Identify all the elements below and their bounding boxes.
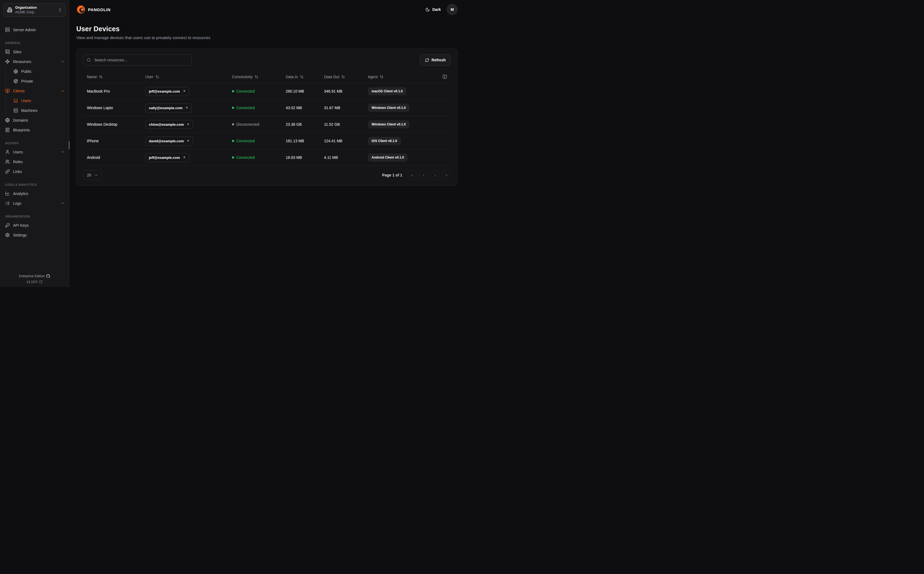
previous-page-button[interactable] [419, 171, 428, 180]
sidebar-item-blueprints[interactable]: Blueprints [0, 125, 69, 135]
sidebar-item-machines[interactable]: Machines [6, 106, 69, 115]
sidebar-item-analytics[interactable]: Analytics [0, 189, 69, 199]
building-icon [7, 7, 12, 13]
status-dot [232, 156, 234, 159]
sidebar-item-label: Server Admin [13, 27, 36, 33]
chart-line-icon [5, 191, 10, 196]
sort-icon [300, 75, 304, 79]
sidebar-item-server-admin[interactable]: Server Admin [0, 25, 69, 35]
version-link[interactable]: v1.13.0 [27, 280, 42, 284]
arrow-up-right-icon [185, 106, 188, 109]
user-email: jeff@example.com [149, 89, 180, 93]
user-email: david@example.com [149, 139, 184, 143]
edition-link[interactable]: Enterprise Edition [19, 274, 50, 278]
sidebar-item-resources[interactable]: Resources [0, 57, 69, 66]
table-row: Android jeff@example.com Connected 18.63… [83, 149, 451, 166]
globe-lock-icon [14, 79, 18, 84]
sidebar-item-clients[interactable]: Clients [0, 86, 69, 96]
clients-subnav: Users Machines [6, 96, 69, 115]
data-out-value: 346.91 MB [324, 89, 368, 93]
refresh-button[interactable]: Refresh [420, 54, 451, 66]
pager-buttons [408, 171, 451, 180]
next-page-button[interactable] [430, 171, 440, 180]
avatar-initial: M [451, 7, 454, 12]
agent-cell: Windows Client v0.1.0 [368, 104, 436, 112]
server-icon [5, 27, 10, 32]
sidebar-item-links[interactable]: Links [0, 167, 69, 177]
avatar[interactable]: M [447, 4, 458, 15]
columns-button[interactable] [442, 74, 447, 79]
sidebar-item-domains[interactable]: Domains [0, 115, 69, 125]
status-dot [232, 140, 234, 142]
sidebar-footer: Enterprise Edition v1.13.0 [0, 274, 69, 287]
sidebar-item-label: Logs [13, 201, 21, 206]
column-label: Data Out [324, 75, 339, 79]
pagination: 20 Page 1 of 1 [83, 170, 451, 180]
chevron-down-icon [94, 173, 98, 177]
column-header-data-in[interactable]: Data In [286, 75, 324, 79]
sidebar-item-label: API Keys [13, 222, 29, 228]
agent-cell: iOS Client v0.1.0 [368, 137, 436, 145]
sidebar-item-client-users[interactable]: Users [6, 96, 69, 106]
user-email: sally@example.com [149, 106, 183, 110]
section-label-general: GENERAL [0, 35, 69, 47]
column-label: Data In [286, 75, 298, 79]
chevron-up-icon [61, 89, 65, 93]
sidebar-item-access-users[interactable]: Users [0, 147, 69, 157]
page-size-select[interactable]: 20 [83, 170, 102, 180]
search-box [83, 54, 192, 66]
sidebar-item-label: Links [13, 169, 22, 174]
search-input[interactable] [83, 54, 192, 66]
org-switcher[interactable]: Organization ACME Corp. [3, 3, 65, 17]
user-cell: sally@example.com [145, 104, 232, 112]
user-link-button[interactable]: chloe@example.com [145, 120, 193, 129]
page-content: User Devices View and manage devices tha… [69, 19, 462, 186]
user-link-button[interactable]: jeff@example.com [145, 153, 189, 162]
sidebar-item-settings[interactable]: Settings [0, 230, 69, 240]
sidebar-item-private[interactable]: Private [6, 76, 69, 86]
column-label: Connectivity [232, 75, 252, 79]
devices-table: Name User Connectivity Data In [83, 71, 451, 166]
column-header-data-out[interactable]: Data Out [324, 75, 368, 79]
user-cell: david@example.com [145, 137, 232, 145]
users-icon [5, 159, 10, 164]
data-in-value: 181.13 MB [286, 139, 324, 143]
globe-icon [5, 118, 10, 123]
connectivity-status: Connected [232, 89, 286, 93]
sidebar-resize-handle[interactable] [69, 141, 69, 149]
sidebar-item-logs[interactable]: Logs [0, 199, 69, 208]
theme-toggle[interactable]: Dark [425, 7, 441, 12]
sidebar-item-api-keys[interactable]: API Keys [0, 221, 69, 230]
status-dot [232, 90, 234, 92]
column-header-user[interactable]: User [145, 75, 232, 79]
section-label-logs-analytics: LOGS & ANALYTICS [0, 177, 69, 189]
first-page-button[interactable] [408, 171, 417, 180]
brand[interactable]: PANGOLIN [76, 5, 110, 14]
sidebar-item-label: Resources [13, 59, 31, 65]
column-header-connectivity[interactable]: Connectivity [232, 75, 286, 79]
sort-icon [99, 75, 102, 79]
status-dot [232, 107, 234, 109]
pangolin-logo-icon [76, 5, 85, 14]
status-label: Connected [236, 89, 255, 93]
sidebar-item-roles[interactable]: Roles [0, 157, 69, 167]
sidebar-item-public[interactable]: Public [6, 66, 69, 76]
user-link-button[interactable]: sally@example.com [145, 104, 192, 112]
column-header-agent[interactable]: Agent [368, 75, 436, 79]
sidebar-item-sites[interactable]: Sites [0, 47, 69, 57]
page-subtitle: View and manage devices that users use t… [76, 35, 458, 40]
page-info: Page 1 of 1 [382, 173, 402, 177]
sidebar-item-label: Users [13, 149, 23, 155]
chevron-down-icon [61, 201, 65, 205]
user-link-button[interactable]: jeff@example.com [145, 87, 189, 96]
arrow-up-right-icon [186, 139, 189, 142]
user-link-button[interactable]: david@example.com [145, 137, 193, 145]
table-row: iPhone david@example.com Connected 181.1… [83, 133, 451, 149]
column-header-name[interactable]: Name [87, 75, 145, 79]
data-out-value: 11.52 GB [324, 122, 368, 126]
last-page-button[interactable] [442, 171, 451, 180]
device-name: Windows Desktop [87, 122, 145, 126]
org-switcher-label: Organization [15, 5, 55, 10]
chevron-up-icon [61, 60, 65, 63]
refresh-label: Refresh [432, 58, 446, 62]
